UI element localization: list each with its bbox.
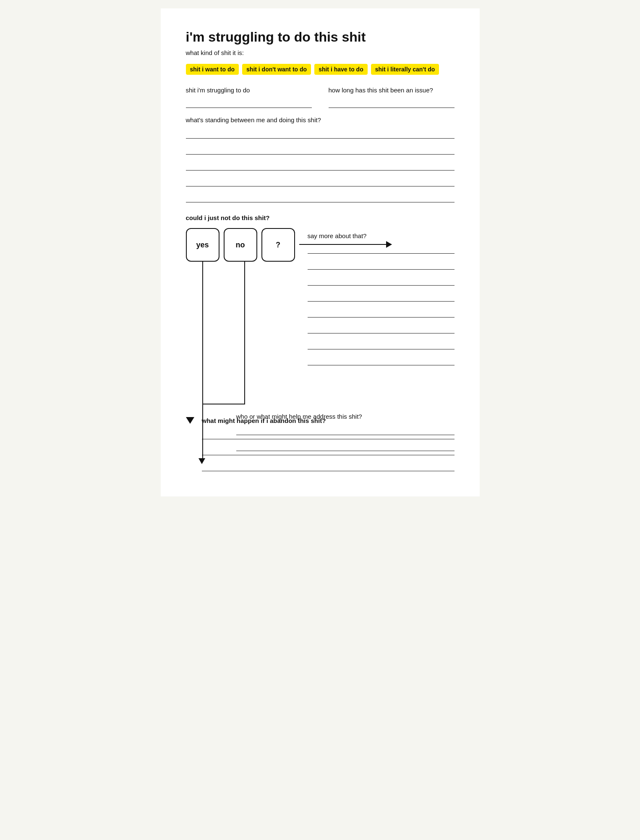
- abandon-line-3[interactable]: [202, 463, 455, 471]
- help-line-1[interactable]: [236, 427, 455, 435]
- say-more-line-3[interactable]: [308, 277, 455, 286]
- standing-line-3[interactable]: [186, 162, 455, 171]
- question-box[interactable]: ?: [261, 228, 295, 262]
- top-fields-row: shit i'm struggling to do how long has t…: [186, 87, 455, 112]
- help-line-2[interactable]: [236, 443, 455, 451]
- help-lines: [236, 427, 455, 451]
- abandon-arrow: [186, 417, 194, 424]
- vert-line-yes-arrow: [199, 458, 205, 464]
- standing-line-4[interactable]: [186, 178, 455, 186]
- subtitle-label: what kind of shit it is:: [186, 49, 455, 56]
- how-long-label: how long has this shit been an issue?: [329, 87, 455, 94]
- say-more-label: say more about that?: [308, 232, 455, 239]
- say-more-line-1[interactable]: [308, 245, 455, 254]
- struggling-field-group: shit i'm struggling to do: [186, 87, 312, 112]
- standing-line-5[interactable]: [186, 194, 455, 202]
- say-more-line-7[interactable]: [308, 341, 455, 349]
- help-label: who or what might help me address this s…: [236, 413, 455, 420]
- right-arrow: [299, 244, 392, 245]
- say-more-line-8[interactable]: [308, 357, 455, 365]
- standing-line-1[interactable]: [186, 130, 455, 139]
- standing-label: what's standing between me and doing thi…: [186, 116, 455, 123]
- page: i'm struggling to do this shit what kind…: [161, 8, 480, 496]
- tag-cant[interactable]: shit i literally can't do: [371, 64, 439, 75]
- how-long-field-group: how long has this shit been an issue?: [329, 87, 455, 112]
- help-section: who or what might help me address this s…: [236, 413, 455, 451]
- how-long-input-line[interactable]: [329, 100, 455, 108]
- struggling-input-line[interactable]: [186, 100, 312, 108]
- tag-want[interactable]: shit i want to do: [186, 64, 239, 75]
- standing-section: what's standing between me and doing thi…: [186, 116, 455, 202]
- tags-row: shit i want to do shit i don't want to d…: [186, 64, 455, 75]
- say-more-line-2[interactable]: [308, 261, 455, 270]
- right-side-content: say more about that?: [308, 228, 455, 365]
- tag-have-to[interactable]: shit i have to do: [314, 64, 368, 75]
- not-do-section: could i just not do this shit? yes no ? …: [186, 214, 455, 404]
- page-title: i'm struggling to do this shit: [186, 29, 455, 45]
- not-do-label: could i just not do this shit?: [186, 214, 455, 221]
- flowchart-area: yes no ? say more about that?: [186, 228, 455, 404]
- say-more-lines: [308, 245, 455, 365]
- standing-line-2[interactable]: [186, 146, 455, 155]
- say-more-line-5[interactable]: [308, 309, 455, 318]
- say-more-line-6[interactable]: [308, 325, 455, 333]
- tag-dont-want[interactable]: shit i don't want to do: [242, 64, 311, 75]
- yes-box[interactable]: yes: [186, 228, 219, 262]
- choice-boxes: yes no ?: [186, 228, 295, 404]
- standing-lines: [186, 130, 455, 202]
- struggling-label: shit i'm struggling to do: [186, 87, 312, 94]
- no-box[interactable]: no: [224, 228, 257, 262]
- say-more-line-4[interactable]: [308, 293, 455, 302]
